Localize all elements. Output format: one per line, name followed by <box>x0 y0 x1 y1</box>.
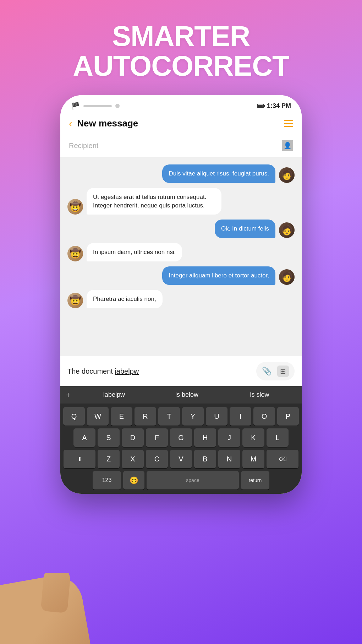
key-row-1: Q W E R T Y U I O P <box>63 407 299 426</box>
phone-frame: 🏴 1:34 PM ‹ New message Recipient 🧑 Duis… <box>60 95 302 494</box>
message-row: 🤠 Pharetra ac iaculis non, <box>67 290 295 308</box>
message-row: 🧑 Integer aliquam libero et tortor aucto… <box>67 266 295 285</box>
flag-icon: 🏴 <box>71 102 80 110</box>
key-i[interactable]: I <box>230 407 251 426</box>
action-buttons: 📎 ⊞ <box>256 362 295 380</box>
menu-line-3 <box>284 126 293 127</box>
message-text-before: The document <box>67 367 115 375</box>
key-r[interactable]: R <box>135 407 156 426</box>
message-row: 🤠 In ipsum diam, ultrices non nsi. <box>67 243 295 261</box>
chat-area: 🧑 Duis vitae aliquet risus, feugiat puru… <box>60 157 302 356</box>
key-k[interactable]: K <box>242 428 264 447</box>
page-title: New message <box>77 118 284 129</box>
avatar: 🤠 <box>67 199 83 215</box>
suggestion-plus[interactable]: + <box>66 390 71 400</box>
keyboard-rows: Q W E R T Y U I O P A S D F G H J K L <box>60 404 302 489</box>
notch-line <box>83 105 112 107</box>
app-header: ‹ New message <box>60 113 302 134</box>
menu-line-2 <box>284 123 293 124</box>
key-space[interactable]: space <box>147 471 239 489</box>
avatar: 🤠 <box>67 293 83 308</box>
back-button[interactable]: ‹ <box>69 119 72 129</box>
key-g[interactable]: G <box>170 428 192 447</box>
keyboard-suggestions: + iabelpw is below is slow <box>60 386 302 404</box>
key-x[interactable]: X <box>122 450 144 468</box>
avatar: 🧑 <box>279 167 295 183</box>
key-row-4: 123 😊 space return <box>63 471 299 489</box>
key-enter[interactable]: return <box>241 471 269 489</box>
key-shift[interactable]: ⬆ <box>64 450 95 468</box>
input-area: The document iabelpw 📎 ⊞ <box>60 356 302 386</box>
key-row-3: ⬆ Z X C V B N M ⌫ <box>63 450 299 468</box>
status-bar: 1:34 PM <box>257 102 291 110</box>
suggestion-2[interactable]: is below <box>150 390 223 400</box>
key-e[interactable]: E <box>111 407 132 426</box>
key-a[interactable]: A <box>73 428 95 447</box>
menu-button[interactable] <box>284 120 293 127</box>
key-h[interactable]: H <box>194 428 216 447</box>
key-b[interactable]: B <box>194 450 216 468</box>
recipient-bar: Recipient <box>60 134 302 157</box>
key-u[interactable]: U <box>206 407 227 426</box>
notch-dot <box>115 104 120 108</box>
key-m[interactable]: M <box>242 450 264 468</box>
key-n[interactable]: N <box>218 450 240 468</box>
avatar: 🤠 <box>67 246 83 261</box>
phone-top-bar: 🏴 1:34 PM <box>60 95 302 113</box>
key-j[interactable]: J <box>218 428 240 447</box>
key-c[interactable]: C <box>146 450 168 468</box>
key-row-2: A S D F G H J K L <box>63 428 299 447</box>
key-emoji[interactable]: 😊 <box>123 471 144 489</box>
message-bubble: Duis vitae aliquet risus, feugiat purus. <box>162 164 275 183</box>
hand-palm <box>0 573 91 644</box>
key-w[interactable]: W <box>87 407 109 426</box>
hand-overlay <box>0 573 121 644</box>
avatar: 🧑 <box>279 269 295 285</box>
message-row: 🧑 Duis vitae aliquet risus, feugiat puru… <box>67 164 295 183</box>
key-f[interactable]: F <box>146 428 168 447</box>
keyboard: + iabelpw is below is slow Q W E R T Y U… <box>60 386 302 494</box>
key-l[interactable]: L <box>267 428 289 447</box>
avatar: 🧑 <box>279 222 295 238</box>
hand-finger <box>40 573 71 613</box>
message-row: 🧑 Ok, In dictum felis <box>67 220 295 238</box>
message-bubble: Pharetra ac iaculis non, <box>87 290 163 308</box>
key-p[interactable]: P <box>277 407 299 426</box>
message-input[interactable]: The document iabelpw <box>67 367 251 375</box>
key-s[interactable]: S <box>98 428 120 447</box>
key-v[interactable]: V <box>170 450 192 468</box>
menu-line-1 <box>284 120 293 121</box>
message-bubble: In ipsum diam, ultrices non nsi. <box>87 243 182 261</box>
battery-icon <box>257 104 264 108</box>
key-123[interactable]: 123 <box>93 471 121 489</box>
key-q[interactable]: Q <box>63 407 85 426</box>
suggestion-3[interactable]: is slow <box>223 390 296 400</box>
key-d[interactable]: D <box>122 428 144 447</box>
message-bubble: Ut egestas erat id tellus rutrum consequ… <box>87 188 221 215</box>
key-o[interactable]: O <box>253 407 275 426</box>
hero-title: SMARTER AUTOCORRECT <box>73 21 289 81</box>
message-text-underlined: iabelpw <box>115 367 139 375</box>
key-z[interactable]: Z <box>98 450 120 468</box>
contact-icon[interactable] <box>282 140 293 151</box>
add-button[interactable]: ⊞ <box>277 366 289 377</box>
suggestion-1[interactable]: iabelpw <box>78 390 150 400</box>
key-backspace[interactable]: ⌫ <box>267 450 298 468</box>
status-time: 1:34 PM <box>267 102 291 110</box>
message-row: 🤠 Ut egestas erat id tellus rutrum conse… <box>67 188 295 215</box>
notch-area: 🏴 <box>71 102 120 110</box>
attach-button[interactable]: 📎 <box>262 367 272 376</box>
recipient-placeholder[interactable]: Recipient <box>69 142 98 150</box>
message-bubble: Integer aliquam libero et tortor auctor, <box>162 266 275 285</box>
key-t[interactable]: T <box>158 407 180 426</box>
key-y[interactable]: Y <box>182 407 204 426</box>
message-bubble: Ok, In dictum felis <box>215 220 275 238</box>
